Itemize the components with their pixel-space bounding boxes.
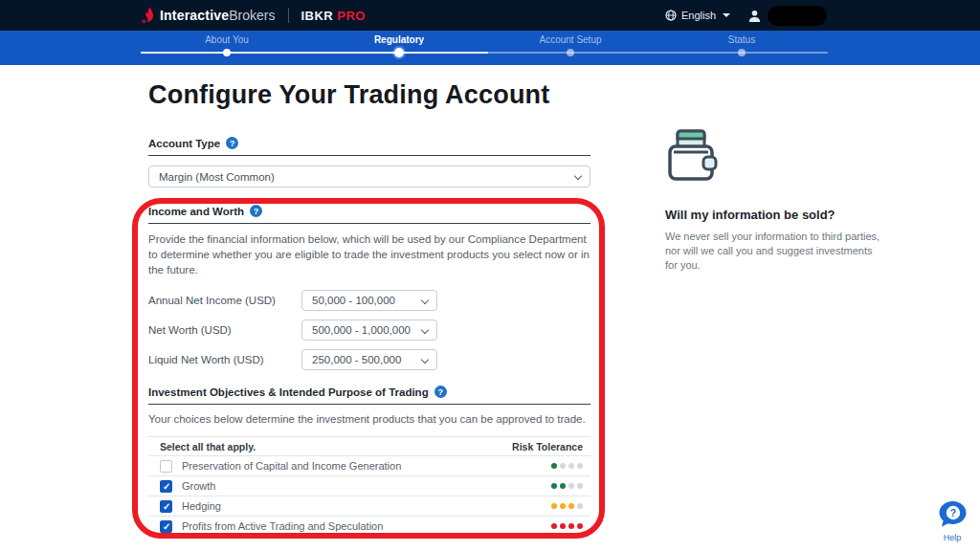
field-value: 500,000 - 1,000,000 xyxy=(312,324,411,336)
column-risk-tolerance: Risk Tolerance xyxy=(512,441,583,452)
income-description: Provide the financial information below,… xyxy=(148,231,590,277)
chevron-down-icon xyxy=(723,13,730,17)
wallet-icon xyxy=(665,127,719,183)
step-label: Regulatory xyxy=(332,34,466,45)
field-label: Liquid Net Worth (USD) xyxy=(148,354,301,365)
checkbox[interactable] xyxy=(160,460,172,473)
globe-icon xyxy=(665,10,677,21)
field-value: 50,000 - 100,000 xyxy=(312,295,395,306)
objective-row-hedging[interactable]: Hedging xyxy=(148,496,590,517)
progress-bar: About You Regulatory Account Setup Statu… xyxy=(0,31,980,65)
chevron-down-icon xyxy=(421,356,429,364)
income-section: Income and Worth ? Provide the financial… xyxy=(148,205,590,370)
page-title: Configure Your Trading Account xyxy=(148,80,550,110)
progress-track-completed xyxy=(141,52,488,54)
help-tooltip-icon[interactable]: ? xyxy=(250,205,262,217)
risk-dots xyxy=(551,523,583,529)
account-type-value: Margin (Most Common) xyxy=(159,171,275,183)
info-aside: Will my information be sold? We never se… xyxy=(665,127,890,273)
checkbox[interactable] xyxy=(160,500,172,513)
objectives-label: Investment Objectives & Intended Purpose… xyxy=(148,386,429,398)
net-worth-select[interactable]: 500,000 - 1,000,000 xyxy=(301,320,437,341)
risk-dots xyxy=(551,463,583,469)
objectives-description: Your choices below determine the investm… xyxy=(148,411,590,427)
aside-body: We never sell your information to third … xyxy=(665,230,880,273)
step-status[interactable]: Status xyxy=(675,31,809,45)
objective-label: Preservation of Capital and Income Gener… xyxy=(182,460,551,472)
annual-net-income-select[interactable]: 50,000 - 100,000 xyxy=(301,290,437,311)
product-tier: PRO xyxy=(337,9,366,23)
step-account-setup[interactable]: Account Setup xyxy=(503,31,637,45)
risk-dots xyxy=(551,503,583,509)
product-name: IBKR xyxy=(301,9,333,23)
objective-row-growth[interactable]: Growth xyxy=(148,476,590,496)
help-chat-icon: ? xyxy=(938,500,968,528)
svg-text:?: ? xyxy=(949,507,955,518)
divider xyxy=(288,8,289,23)
language-label: English xyxy=(681,10,716,21)
step-regulatory[interactable]: Regulatory xyxy=(332,31,466,45)
objective-row-speculation[interactable]: Profits from Active Trading and Speculat… xyxy=(148,517,590,537)
aside-heading: Will my information be sold? xyxy=(665,208,890,222)
objectives-table: Select all that apply. Risk Tolerance Pr… xyxy=(148,436,590,537)
user-name-redacted[interactable] xyxy=(768,6,827,26)
objective-row-preservation[interactable]: Preservation of Capital and Income Gener… xyxy=(148,456,590,476)
liquid-net-worth-row: Liquid Net Worth (USD) 250,000 - 500,000 xyxy=(148,349,590,370)
objective-label: Growth xyxy=(182,480,551,492)
field-label: Net Worth (USD) xyxy=(148,324,301,336)
objectives-table-header: Select all that apply. Risk Tolerance xyxy=(148,437,590,456)
step-label: Account Setup xyxy=(503,34,637,45)
annual-net-income-row: Annual Net Income (USD) 50,000 - 100,000 xyxy=(148,290,590,311)
step-label: About You xyxy=(160,34,294,45)
chevron-down-icon xyxy=(421,297,429,304)
help-tooltip-icon[interactable]: ? xyxy=(434,386,447,398)
help-button[interactable]: ? Help xyxy=(933,500,971,542)
page: InteractiveBrokers IBKR PRO English xyxy=(0,0,980,551)
step-dot xyxy=(394,48,404,57)
chevron-down-icon xyxy=(421,326,429,334)
step-dot xyxy=(738,49,746,56)
brand-logo[interactable]: InteractiveBrokers xyxy=(142,7,275,24)
account-type-select[interactable]: Margin (Most Common) xyxy=(148,165,590,187)
step-dot xyxy=(567,49,574,56)
field-value: 250,000 - 500,000 xyxy=(312,354,401,365)
liquid-net-worth-select[interactable]: 250,000 - 500,000 xyxy=(301,349,437,370)
chevron-down-icon xyxy=(574,172,582,180)
user-icon xyxy=(747,9,762,23)
account-type-label: Account Type xyxy=(148,138,220,149)
step-dot xyxy=(223,49,231,56)
brand-bold: Interactive xyxy=(160,8,229,23)
income-label: Income and Worth xyxy=(148,206,244,217)
net-worth-row: Net Worth (USD) 500,000 - 1,000,000 xyxy=(148,320,590,341)
checkbox[interactable] xyxy=(160,520,172,533)
step-about-you[interactable]: About You xyxy=(160,31,294,45)
objectives-section: Investment Objectives & Intended Purpose… xyxy=(148,386,590,537)
flame-icon xyxy=(142,7,154,24)
help-tooltip-icon[interactable]: ? xyxy=(226,137,238,149)
checkbox[interactable] xyxy=(160,480,172,493)
user-menu[interactable] xyxy=(747,6,827,26)
objective-label: Profits from Active Trading and Speculat… xyxy=(182,520,551,532)
field-label: Annual Net Income (USD) xyxy=(148,295,301,306)
account-type-section: Account Type ? Margin (Most Common) xyxy=(148,137,590,187)
help-label: Help xyxy=(933,533,971,542)
objective-label: Hedging xyxy=(182,500,551,512)
top-header: InteractiveBrokers IBKR PRO English xyxy=(0,0,980,31)
brand-light: Brokers xyxy=(229,8,275,23)
language-dropdown[interactable]: English xyxy=(665,10,730,21)
step-label: Status xyxy=(675,34,809,45)
risk-dots xyxy=(551,483,583,489)
column-select-all: Select all that apply. xyxy=(160,441,256,452)
